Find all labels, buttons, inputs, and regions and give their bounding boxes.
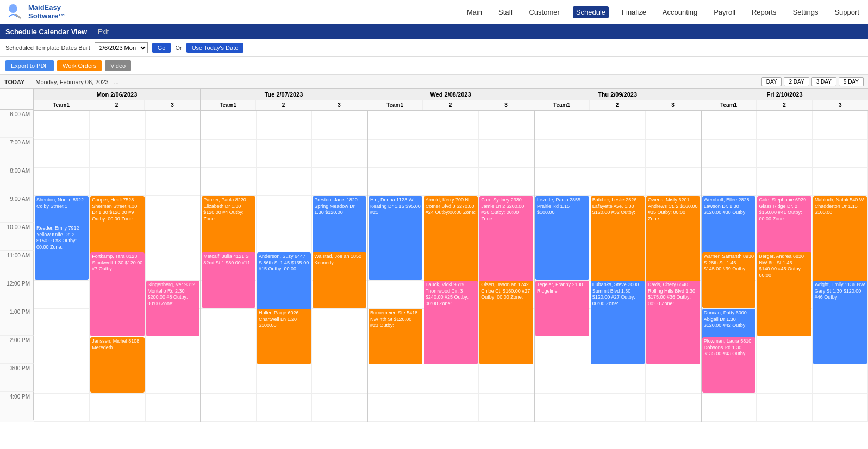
cell-day4-team0-slot10 [701,394,757,422]
cell-day4-team0-slot0 [701,111,757,140]
controls-bar: Scheduled Template Dates Built 2/6/2023 … [0,39,868,57]
appointment[interactable]: Plowman, Laura 5810 Dobsons Rd 1.30 $135… [702,337,756,393]
appointment[interactable]: Lezotte, Paula 2855 Prairie Rd 1.15 $100… [535,196,589,280]
day-view-button[interactable]: DAY [761,77,782,86]
cell-day3-team2-slot10 [645,394,701,422]
appointment[interactable]: Metcalf, Julia 4121 S 82nd St 1 $80.00 #… [202,252,255,308]
cell-day2-team1-slot0 [423,111,478,140]
tue-team3: 3 [311,100,367,110]
appointment[interactable]: Hirt, Donna 1123 W Keating Dr 1.15 $95.0… [369,196,422,280]
cell-day1-team2-slot0 [312,111,367,140]
cell-day1-team1-slot3 [257,196,312,224]
cell-day0-team2-slot4 [145,224,201,252]
cell-day0-team1-slot0 [90,111,145,140]
use-today-button[interactable]: Use Today's Date [186,43,244,53]
cell-day0-team0-slot8 [34,337,90,365]
cell-day1-team2-slot5: Walstad, Joe an 1850 Kennedy [312,252,367,281]
nav-main[interactable]: Main [464,6,485,18]
wed-team3: 3 [478,100,534,110]
cell-day1-team0-slot3: Panzer, Paula 8220 Elizabeth Dr 1.30 $12… [201,196,256,224]
appointment[interactable]: Bornemeier, Ste 5418 NW 4th St $120.00 #… [369,309,422,364]
work-orders-button[interactable]: Work Orders [57,60,102,71]
appointment[interactable]: Olsen, Jason an 1742 Chloe Ct. $160.00 #… [479,281,533,364]
fri-team2: 2 [757,100,812,110]
fri-teams: Team1 2 3 [701,100,868,110]
calendar-scroll-area[interactable]: 6:00 AM 7:00 AM 8:00 AM 9:00 AM 10:00 AM… [0,89,868,449]
cell-day1-team0-slot2 [201,168,256,196]
exit-link[interactable]: Exit [98,28,109,36]
controls-label: Scheduled Template Dates Built [5,45,90,51]
date-select[interactable]: 2/6/2023 Mon [95,42,148,53]
2day-view-button[interactable]: 2 DAY [784,77,809,86]
nav-finalize[interactable]: Finalize [619,6,650,18]
cell-day4-team0-slot2 [701,168,757,196]
fri-team3: 3 [813,100,868,110]
nav-reports[interactable]: Reports [748,6,780,18]
appointment[interactable]: Warner, Samanth 8930 S 28th St. 1.45 $14… [702,252,756,308]
appointment[interactable]: Berger, Andrea 6820 NW 6th St 1.45 $140.… [757,252,811,336]
view-buttons: DAY 2 DAY 3 DAY 5 DAY [761,77,864,86]
3day-view-button[interactable]: 3 DAY [811,77,836,86]
svg-point-0 [9,4,17,13]
cell-day3-team2-slot9 [645,365,701,394]
time-slot-12pm: 12:00 PM [0,279,34,307]
appointment[interactable]: Walstad, Joe an 1850 Kennedy [313,252,366,308]
cell-day1-team0-slot9 [201,365,256,394]
appointment[interactable]: Tegeler, Franny 2130 Ridgeline [535,281,589,336]
appointment[interactable]: Haller, Paige 6026 Chartwell Ln 1.20 $10… [257,309,311,364]
cell-day2-team2-slot10 [479,394,534,422]
time-slot-2pm: 2:00 PM [0,336,34,364]
appointment[interactable]: Eubanks, Steve 3000 Summit Blvd 1.30 $12… [591,281,645,364]
thu-team1: Team1 [534,100,590,110]
appointment[interactable]: Reeder, Emily 7912 Yellow Knife Dr, 2 $1… [35,224,89,280]
calendar-table-wrapper: 6:00 AM 7:00 AM 8:00 AM 9:00 AM 10:00 AM… [0,89,868,422]
nav-payroll[interactable]: Payroll [710,6,739,18]
nav-customer[interactable]: Customer [526,6,563,18]
cell-day3-team0-slot8 [534,337,590,365]
nav-support[interactable]: Support [831,6,863,18]
cell-day0-team1-slot8: Janssen, Michel 8108 Meredeth [90,337,145,365]
cell-day4-team1-slot10 [757,394,812,422]
action-bar: Export to PDF Work Orders Video [0,57,868,75]
cell-day4-team2-slot1 [812,140,867,168]
export-pdf-button[interactable]: Export to PDF [5,60,54,71]
cell-day0-team0-slot0 [34,111,90,140]
cell-day1-team2-slot2 [312,168,367,196]
time-slot-8am: 8:00 AM [0,166,34,194]
cell-day4-team0-slot7: Duncan, Patty 6000 Abigail Dr 1.30 $120.… [701,309,757,337]
go-button[interactable]: Go [152,43,171,53]
appointment[interactable]: Bauck, Vicki 9619 Thornwood Cir. 3 $240.… [424,281,478,364]
cell-day2-team0-slot10 [367,394,423,422]
appointment[interactable]: Fortkamp, Tara 8123 Stockwell 1.30 $120.… [90,252,144,336]
cell-day1-team2-slot7 [312,309,367,337]
appointment[interactable]: Davis, Chery 6540 Rolling Hills Blvd 1.3… [646,281,700,364]
fri-header: Fri 2/10/2023 Team1 2 3 [701,89,868,110]
appointment[interactable]: Janssen, Michel 8108 Meredeth [90,337,144,393]
logo-area: MaidEasy Software™ [5,2,65,22]
cell-day3-team1-slot0 [590,111,645,140]
cell-day1-team0-slot5: Metcalf, Julia 4121 S 82nd St 1 $80.00 #… [201,252,256,281]
time-slot-6am: 6:00 AM [0,110,34,138]
cell-day1-team2-slot10 [312,394,367,422]
appointment[interactable]: Wright, Emily 1136 NW Gary St 1.30 $120.… [813,281,867,364]
nav-settings[interactable]: Settings [789,6,821,18]
cell-day3-team0-slot3: Lezotte, Paula 2855 Prairie Rd 1.15 $100… [534,196,590,224]
cell-day4-team2-slot10 [812,394,867,422]
cell-day3-team1-slot6: Eubanks, Steve 3000 Summit Blvd 1.30 $12… [590,281,645,309]
time-row-10 [34,394,868,422]
nav-accounting[interactable]: Accounting [659,6,701,18]
cell-day0-team0-slot9 [34,365,90,394]
cell-day2-team2-slot0 [479,111,534,140]
logo-text: MaidEasy Software™ [28,3,65,20]
toolbar-title: Schedule Calendar View [5,28,87,36]
thu-teams: Team1 2 3 [534,100,701,110]
video-button[interactable]: Video [105,60,131,71]
cell-day0-team1-slot2 [90,168,145,196]
appointment[interactable]: Ringenberg, Ver 9312 Montello Rd 2.30 $2… [146,281,200,336]
nav-schedule[interactable]: Schedule [573,6,609,18]
5day-view-button[interactable]: 5 DAY [839,77,864,86]
cell-day2-team2-slot1 [479,140,534,168]
cell-day1-team2-slot3: Preston, Janis 1820 Spring Meadow Dr. 1.… [312,196,367,224]
nav-staff[interactable]: Staff [495,6,516,18]
cell-day0-team2-slot6: Ringenberg, Ver 9312 Montello Rd 2.30 $2… [145,281,201,309]
